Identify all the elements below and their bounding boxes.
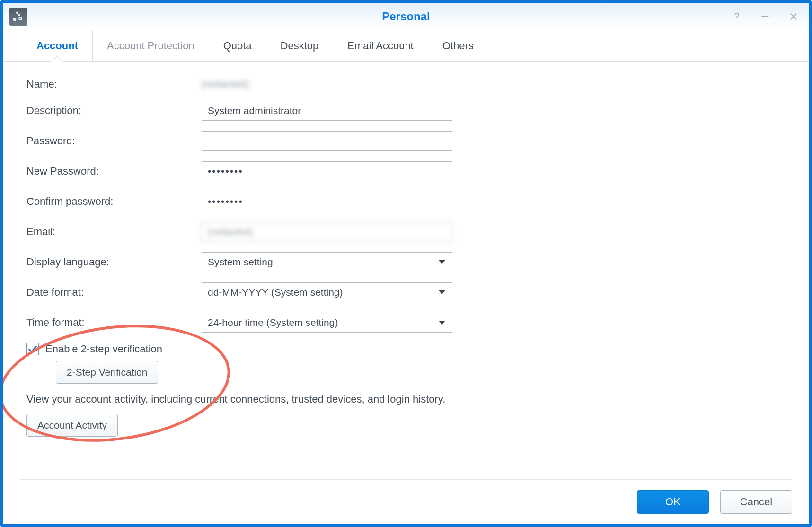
tab-account-protection[interactable]: Account Protection (93, 30, 209, 61)
time-format-select[interactable]: 24-hour time (System setting) (202, 313, 452, 333)
help-button[interactable] (730, 9, 744, 24)
date-format-value: dd-MM-YYYY (System setting) (208, 287, 343, 298)
button-label: OK (665, 496, 680, 508)
enable-2step-checkbox[interactable] (26, 343, 39, 355)
description-label: Description: (26, 105, 202, 117)
display-language-value: System setting (208, 256, 273, 268)
chevron-down-icon (439, 290, 445, 294)
button-label: Account Activity (37, 420, 107, 431)
new-password-label: New Password: (26, 165, 202, 177)
titlebar: Personal (3, 3, 809, 30)
checkmark-icon (27, 344, 38, 354)
confirm-password-input[interactable] (202, 192, 452, 211)
ok-button[interactable]: OK (637, 490, 709, 514)
new-password-input[interactable] (202, 161, 452, 181)
tab-label: Quota (223, 40, 252, 52)
tab-label: Account (36, 40, 78, 52)
tab-content-account: Name: (redacted) Description: Password: … (3, 62, 809, 479)
chevron-down-icon (439, 260, 445, 264)
tab-others[interactable]: Others (428, 30, 488, 61)
display-language-label: Display language: (26, 256, 202, 268)
confirm-password-label: Confirm password: (26, 195, 202, 208)
date-format-label: Date format: (26, 286, 202, 299)
tab-label: Others (442, 40, 474, 52)
button-label: 2-Step Verification (67, 367, 147, 378)
display-language-select[interactable]: System setting (202, 252, 452, 272)
time-format-value: 24-hour time (System setting) (208, 317, 338, 328)
dialog-footer: OK Cancel (20, 479, 792, 524)
window-controls (730, 3, 801, 30)
tab-label: Account Protection (107, 40, 194, 52)
password-input[interactable] (202, 131, 452, 151)
tab-quota[interactable]: Quota (209, 30, 266, 61)
tab-desktop[interactable]: Desktop (266, 30, 334, 61)
account-activity-description: View your account activity, including cu… (26, 393, 786, 405)
two-step-verification-button[interactable]: 2-Step Verification (56, 361, 158, 384)
chevron-down-icon (439, 321, 445, 325)
button-label: Cancel (740, 496, 772, 508)
tab-label: Email Account (347, 40, 413, 52)
tab-label: Desktop (281, 40, 319, 52)
minimize-button[interactable] (758, 9, 772, 24)
name-label: Name: (26, 78, 202, 90)
settings-gears-icon (9, 8, 27, 26)
password-label: Password: (26, 135, 202, 147)
tab-account[interactable]: Account (22, 30, 93, 61)
personal-settings-window: Personal Account Account Protection Quot… (0, 0, 812, 527)
account-activity-button[interactable]: Account Activity (26, 414, 118, 437)
description-input[interactable] (202, 101, 452, 121)
date-format-select[interactable]: dd-MM-YYYY (System setting) (202, 282, 452, 302)
enable-2step-label: Enable 2-step verification (45, 343, 162, 355)
window-title: Personal (3, 10, 809, 23)
close-button[interactable] (786, 9, 801, 24)
cancel-button[interactable]: Cancel (720, 490, 792, 514)
name-value: (redacted) (202, 78, 249, 90)
time-format-label: Time format: (26, 316, 202, 329)
email-input[interactable] (202, 222, 452, 242)
tab-strip: Account Account Protection Quota Desktop… (3, 30, 809, 62)
email-label: Email: (26, 226, 202, 238)
svg-point-0 (737, 19, 737, 20)
tab-email-account[interactable]: Email Account (333, 30, 428, 61)
